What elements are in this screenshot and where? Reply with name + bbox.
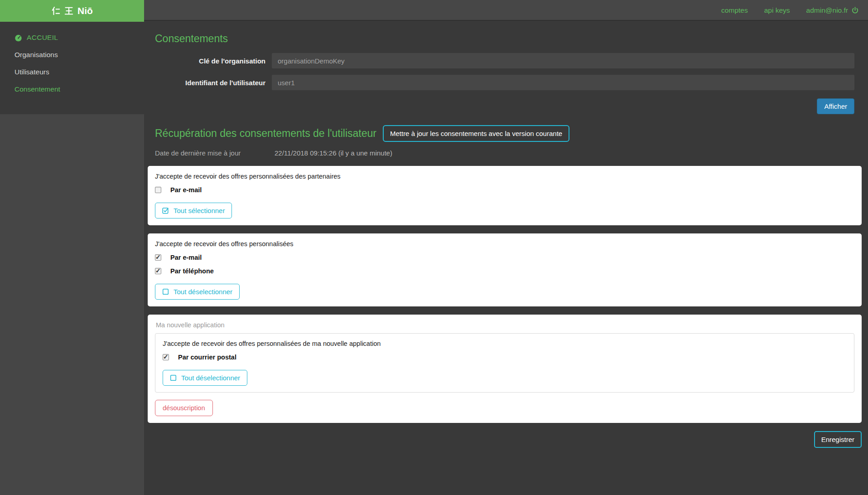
user-id-label: Identifiant de l'utilisateur	[155, 79, 265, 87]
kanji-ou-icon	[64, 6, 73, 15]
checkbox-label[interactable]: Par courrier postal	[178, 354, 236, 361]
save-button[interactable]: Enregistrer	[814, 431, 862, 448]
consent-card-new-app: Ma nouvelle application J'accepte de rec…	[148, 315, 862, 423]
sidebar-item-accueil[interactable]: ACCUEIL	[0, 29, 144, 46]
brand-name: Niō	[77, 5, 93, 16]
checked-square-icon	[162, 207, 169, 214]
app-root: Niō comptes api keys admin@nio.fr	[0, 0, 868, 495]
checkbox-label[interactable]: Par e-mail	[170, 254, 202, 261]
consent-statement: J'accepte de recevoir des offres personn…	[163, 340, 847, 347]
topbar: Niō comptes api keys admin@nio.fr	[0, 0, 868, 21]
toggle-button-label: Tout déselectionner	[174, 288, 232, 296]
sidebar-item-utilisateurs[interactable]: Utilisateurs	[0, 63, 144, 81]
consent-option-row: Par téléphone	[155, 267, 854, 275]
deselect-all-button[interactable]: Tout déselectionner	[163, 370, 247, 386]
consent-option-row: Par e-mail	[155, 254, 854, 261]
empty-square-icon	[162, 288, 169, 295]
select-all-button[interactable]: Tout sélectionner	[155, 203, 232, 218]
unsubscribe-button[interactable]: désouscription	[155, 400, 213, 416]
checkbox-par-email[interactable]	[155, 187, 161, 193]
consent-card-offers: J'accepte de recevoir des offres personn…	[148, 233, 862, 306]
last-update-row: Date de dernière mise à jour 22/11/2018 …	[155, 149, 862, 157]
org-key-row: Clé de l'organisation	[155, 53, 854, 68]
consent-card-partners: J'accepte de recevoir des offres personn…	[148, 166, 862, 225]
brand-logo[interactable]: Niō	[0, 0, 144, 22]
sidebar-item-label: Utilisateurs	[14, 68, 49, 76]
sidebar-item-label: Consentement	[14, 85, 60, 93]
main-content: Consentements Clé de l'organisation Iden…	[144, 22, 868, 495]
consent-statement: J'accepte de recevoir des offres personn…	[155, 173, 854, 180]
empty-square-icon	[170, 374, 177, 381]
app-consent-box: J'accepte de recevoir des offres personn…	[155, 333, 854, 393]
sidebar-item-organisations[interactable]: Organisations	[0, 46, 144, 63]
kanji-jin-icon	[51, 6, 60, 15]
retrieval-header: Récupération des consentements de l'util…	[155, 125, 862, 142]
sidebar-item-consentement[interactable]: Consentement	[0, 81, 144, 98]
sidebar: ACCUEIL Organisations Utilisateurs Conse…	[0, 22, 144, 495]
topnav: comptes api keys admin@nio.fr	[721, 0, 859, 21]
retrieval-title: Récupération des consentements de l'util…	[155, 127, 376, 140]
sidebar-nav: ACCUEIL Organisations Utilisateurs Conse…	[0, 22, 144, 114]
last-update-value: 22/11/2018 09:15:26 (il y a une minute)	[275, 149, 392, 157]
page-title: Consentements	[155, 33, 862, 45]
user-email: admin@nio.fr	[806, 6, 848, 15]
nav-user-link[interactable]: admin@nio.fr	[806, 6, 859, 15]
app-title: Ma nouvelle application	[156, 321, 854, 329]
org-key-input[interactable]	[272, 53, 854, 68]
checkbox-label[interactable]: Par e-mail	[170, 186, 202, 194]
sidebar-item-label: ACCUEIL	[27, 34, 58, 42]
consent-statement: J'accepte de recevoir des offres personn…	[155, 240, 854, 248]
dashboard-icon	[14, 34, 22, 42]
checkbox-label[interactable]: Par téléphone	[170, 267, 214, 275]
user-id-input[interactable]	[272, 75, 854, 90]
toggle-button-label: Tout déselectionner	[181, 374, 240, 382]
checkbox-par-email[interactable]	[155, 254, 161, 261]
checkbox-par-courrier-postal[interactable]	[163, 354, 169, 360]
sidebar-item-label: Organisations	[14, 51, 58, 59]
deselect-all-button[interactable]: Tout déselectionner	[155, 284, 240, 300]
toggle-button-label: Tout sélectionner	[174, 207, 225, 214]
update-consents-button[interactable]: Mettre à jour les consentements avec la …	[383, 125, 569, 142]
nav-comptes-link[interactable]: comptes	[721, 6, 748, 15]
checkbox-par-telephone[interactable]	[155, 268, 161, 274]
last-update-label: Date de dernière mise à jour	[155, 149, 275, 157]
nav-api-keys-link[interactable]: api keys	[764, 6, 790, 15]
consent-option-row: Par e-mail	[155, 186, 854, 194]
user-id-row: Identifiant de l'utilisateur	[155, 75, 854, 90]
org-key-label: Clé de l'organisation	[155, 57, 265, 65]
consent-option-row: Par courrier postal	[163, 354, 847, 361]
show-button[interactable]: Afficher	[817, 98, 854, 114]
power-icon[interactable]	[851, 7, 859, 15]
